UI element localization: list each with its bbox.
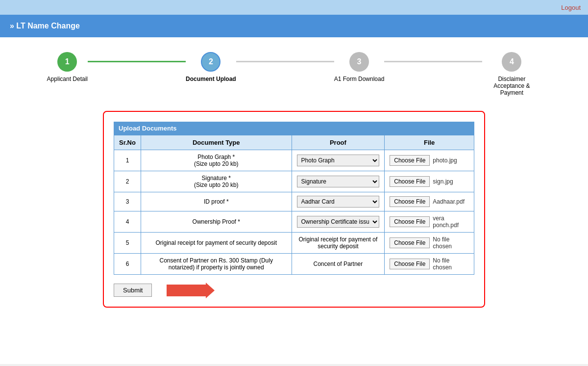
row-3-file-name: Aadhaar.pdf (433, 198, 465, 205)
row-3-doctype: ID proof * (141, 192, 292, 211)
row-2-sr: 2 (114, 171, 141, 192)
col-srno: Sr.No (114, 135, 141, 150)
row-6-doctype: Consent of Partner on Rs. 300 Stamp (Dul… (141, 254, 292, 275)
documents-table: Sr.No Document Type Proof File 1 Photo G… (114, 135, 474, 275)
row-5-proof: Original receipt for payment of security… (292, 233, 385, 254)
table-row: 6 Consent of Partner on Rs. 300 Stamp (D… (114, 254, 474, 275)
step-3-circle: 3 (349, 52, 369, 72)
step-1-label: Applicant Detail (47, 76, 88, 82)
app-header: » LT Name Change (0, 15, 588, 37)
table-header-row: Sr.No Document Type Proof File (114, 135, 474, 150)
logout-link[interactable]: Logout (561, 4, 581, 11)
row-5-choose-file-button[interactable]: Choose File (390, 237, 430, 248)
step-4-circle: 4 (502, 52, 521, 72)
table-row: 1 Photo Graph *(Size upto 20 kb) Photo G… (114, 150, 474, 171)
row-2-file-name: sign.jpg (433, 178, 453, 185)
row-1-doctype: Photo Graph *(Size upto 20 kb) (141, 150, 292, 171)
row-2-file: Choose File sign.jpg (385, 171, 474, 192)
row-6-choose-file-button[interactable]: Choose File (390, 259, 430, 269)
row-1-file: Choose File photo.jpg (385, 150, 474, 171)
row-3-sr: 3 (114, 192, 141, 211)
table-row: 5 Original receipt for payment of securi… (114, 233, 474, 254)
col-file: File (385, 135, 474, 150)
table-row: 2 Signature *(Size upto 20 kb) Signature… (114, 171, 474, 192)
table-row: 4 Ownership Proof * Ownership Certificat… (114, 211, 474, 233)
row-4-file: Choose File vera ponch.pdf (385, 211, 474, 233)
row-1-choose-file-button[interactable]: Choose File (390, 155, 430, 166)
row-2-doctype: Signature *(Size upto 20 kb) (141, 171, 292, 192)
page-title: » LT Name Change (10, 22, 80, 30)
row-3-proof-select[interactable]: Aadhar Card (297, 196, 380, 208)
submit-button[interactable]: Submit (114, 284, 152, 297)
row-6-file: Choose File No file chosen (385, 254, 474, 275)
step-4: 4 Disclaimer Acceptance & Payment (482, 52, 541, 96)
step-2-label: Document Upload (186, 76, 236, 82)
row-5-doctype: Original receipt for payment of security… (141, 233, 292, 254)
row-5-file: Choose File No file chosen (385, 233, 474, 254)
table-row: 3 ID proof * Aadhar Card Choose File Aad… (114, 192, 474, 211)
row-1-sr: 1 (114, 150, 141, 171)
step-1-circle: 1 (57, 52, 77, 72)
upload-container: Upload Documents Sr.No Document Type Pro… (103, 111, 485, 308)
step-3-label: A1 Form Download (334, 76, 385, 82)
step-line-1-2 (88, 61, 186, 62)
upload-title: Upload Documents (114, 122, 474, 135)
step-1: 1 Applicant Detail (47, 52, 88, 82)
main-content: 1 Applicant Detail 2 Document Upload 3 A… (0, 37, 588, 364)
top-bar: Logout (0, 0, 588, 15)
row-4-choose-file-button[interactable]: Choose File (390, 216, 430, 227)
row-1-file-name: photo.jpg (433, 157, 457, 164)
row-6-file-name: No file chosen (433, 257, 469, 271)
row-6-sr: 6 (114, 254, 141, 275)
col-doctype: Document Type (141, 135, 292, 150)
step-2: 2 Document Upload (186, 52, 236, 82)
row-3-proof: Aadhar Card (292, 192, 385, 211)
arrow-indicator (167, 285, 206, 296)
step-3: 3 A1 Form Download (334, 52, 385, 82)
row-4-proof: Ownership Certificate issued (292, 211, 385, 233)
row-4-doctype: Ownership Proof * (141, 211, 292, 233)
step-4-label: Disclaimer Acceptance & Payment (482, 76, 541, 96)
step-2-circle: 2 (201, 52, 220, 72)
row-4-proof-select[interactable]: Ownership Certificate issued (297, 216, 380, 228)
step-line-2-3 (236, 61, 334, 62)
row-2-proof: Signature (292, 171, 385, 192)
row-3-choose-file-button[interactable]: Choose File (390, 196, 430, 207)
row-3-file: Choose File Aadhaar.pdf (385, 192, 474, 211)
row-1-proof: Photo Graph (292, 150, 385, 171)
row-4-sr: 4 (114, 211, 141, 233)
stepper: 1 Applicant Detail 2 Document Upload 3 A… (10, 52, 578, 96)
col-proof: Proof (292, 135, 385, 150)
row-2-choose-file-button[interactable]: Choose File (390, 176, 430, 187)
row-6-proof: Concent of Partner (292, 254, 385, 275)
row-4-file-name: vera ponch.pdf (433, 215, 469, 229)
row-2-proof-select[interactable]: Signature (297, 176, 380, 187)
step-line-3-4 (384, 61, 482, 62)
row-5-sr: 5 (114, 233, 141, 254)
row-5-file-name: No file chosen (433, 236, 469, 250)
submit-area: Submit (114, 284, 474, 297)
row-1-proof-select[interactable]: Photo Graph (297, 155, 380, 166)
